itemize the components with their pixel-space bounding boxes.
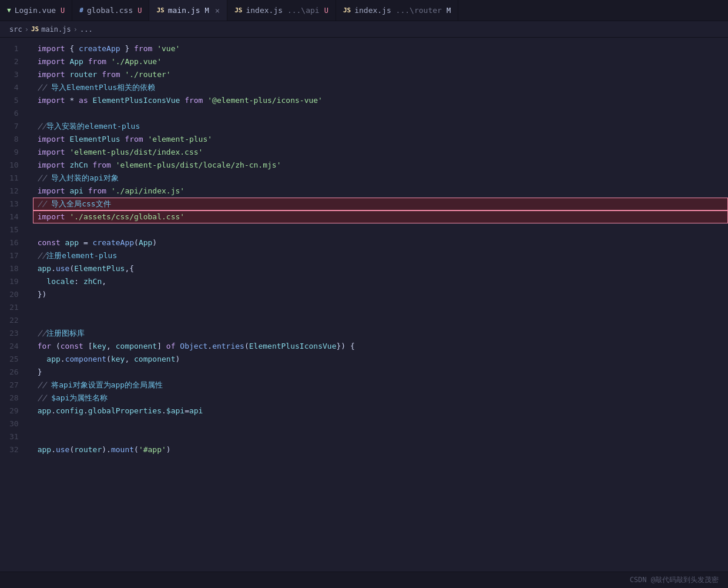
tab-label: Login.vue <box>15 6 56 15</box>
fn-token: use <box>56 264 69 273</box>
fn-token: Object <box>180 342 207 350</box>
line-number: 19 <box>5 275 24 288</box>
tab-global-css[interactable]: # global.css U <box>72 0 149 21</box>
fn-token: createApp <box>79 44 120 53</box>
obj-token: api <box>65 186 83 195</box>
tab-label: main.js <box>168 6 200 15</box>
str-token: '@element-plus/icons-vue' <box>203 96 323 105</box>
tab-label: index.js ...\router <box>354 6 442 15</box>
tab-index-api[interactable]: JS index.js ...\api U <box>227 0 336 21</box>
punct-token: ( <box>106 355 111 363</box>
line-number: 22 <box>5 314 24 327</box>
line-number: 24 <box>5 340 24 353</box>
obj-token: app <box>46 355 60 363</box>
obj-token: api <box>189 406 203 415</box>
bc-src: src <box>9 25 22 34</box>
obj-token: app <box>61 238 79 247</box>
fn-token: createApp <box>93 238 134 247</box>
line-number: 27 <box>5 379 24 392</box>
punct-token: ] <box>157 342 166 350</box>
punct-token: ,{ <box>125 264 134 273</box>
kw-from-token: from <box>88 161 111 169</box>
kw-as-token: as <box>79 96 88 105</box>
fn-token: mount <box>111 445 134 454</box>
code-line: import './assets/css/global.css' <box>33 211 728 223</box>
code-line: app.config.globalProperties.$api=api <box>33 405 728 417</box>
punct-token: , <box>125 355 134 363</box>
fn-token: use <box>56 445 69 454</box>
line-number: 12 <box>5 185 24 198</box>
line-number: 25 <box>5 353 24 366</box>
tab-main-js[interactable]: JS main.js M × <box>149 0 227 21</box>
kw-of-token: of <box>166 342 176 350</box>
str-token: './assets/css/global.css' <box>65 212 185 221</box>
punct-token: ) <box>152 238 157 247</box>
tab-login-vue[interactable]: ▼ Login.vue U <box>0 0 72 21</box>
code-line <box>33 223 728 236</box>
status-bar: CSDN @敲代码敲到头发茂密 <box>0 572 728 588</box>
punct-token: . <box>51 445 56 454</box>
kw-import-token: import <box>38 57 65 66</box>
punct-token: . <box>207 342 212 350</box>
punct-token: ( <box>134 238 139 247</box>
code-line: import api from './api/index.js' <box>33 185 728 198</box>
str-token: './App.vue' <box>106 57 162 66</box>
js-icon: JS <box>156 6 164 14</box>
obj-token: ElementPlus <box>74 264 125 273</box>
punct-token: : <box>74 277 83 286</box>
line-number: 18 <box>5 262 24 275</box>
line-number: 9 <box>5 146 24 159</box>
code-line <box>33 430 728 443</box>
code-line: } <box>33 366 728 379</box>
comment-cn-token: 注册图标库 <box>46 329 85 338</box>
line-number: 21 <box>5 301 24 314</box>
prop-token: locale <box>46 277 74 286</box>
line-number: 4 <box>5 81 24 94</box>
code-line: }) <box>33 288 728 301</box>
tab-status: U <box>61 6 65 15</box>
code-line: //注册element-plus <box>33 249 728 262</box>
code-line: // 导入封装的api对象 <box>33 172 728 185</box>
punct-token: . <box>83 406 88 415</box>
kw-import-token: import <box>38 70 65 79</box>
line-number: 29 <box>5 405 24 417</box>
tab-index-router[interactable]: JS index.js ...\router M <box>336 0 458 21</box>
punct-token: ) <box>176 355 180 363</box>
bc-js-icon: JS <box>31 25 39 33</box>
comment-token: // <box>38 329 47 338</box>
punct-token: = <box>79 238 92 247</box>
line-number: 31 <box>5 430 24 443</box>
kw-import-token: import <box>38 135 65 143</box>
str-token: './router' <box>120 70 171 79</box>
kw-import-token: import <box>38 186 65 195</box>
code-content[interactable]: import { createApp } from 'vue'import Ap… <box>33 38 728 572</box>
comment-cn-token: 将api对象设置为app的全局属性 <box>51 380 163 389</box>
obj-token: ElementPlusIconsVue <box>249 342 337 350</box>
tab-bar: ▼ Login.vue U # global.css U JS main.js … <box>0 0 728 21</box>
bc-ellipsis: ... <box>80 25 93 34</box>
punct-token <box>38 355 47 363</box>
kw-from-token: from <box>180 96 203 105</box>
comment-token: // <box>38 83 51 92</box>
punct-token: . <box>106 445 111 454</box>
tab-status: U <box>137 6 142 15</box>
close-icon[interactable]: × <box>215 6 220 15</box>
line-number: 30 <box>5 417 24 430</box>
code-line: import ElementPlus from 'element-plus' <box>33 133 728 146</box>
line-numbers: 1234567891011121314151617181920212223242… <box>0 38 33 572</box>
str-token: './api/index.js' <box>106 186 184 195</box>
kw-for-token: for <box>38 342 51 350</box>
code-line: //注册图标库 <box>33 327 728 340</box>
line-number: 10 <box>5 159 24 172</box>
code-line: // $api为属性名称 <box>33 392 728 405</box>
line-number: 20 <box>5 288 24 301</box>
kw-import-token: import <box>38 212 65 221</box>
code-line: import zhCn from 'element-plus/dist/loca… <box>33 159 728 172</box>
obj-token: component <box>116 342 157 350</box>
tab-status: M <box>205 6 209 15</box>
vue-icon: ▼ <box>7 6 11 14</box>
code-line: // 导入全局css文件 <box>33 198 728 211</box>
comment-token: // <box>38 393 51 402</box>
breadcrumb: src › JS main.js › ... <box>0 21 728 38</box>
line-number: 28 <box>5 392 24 405</box>
